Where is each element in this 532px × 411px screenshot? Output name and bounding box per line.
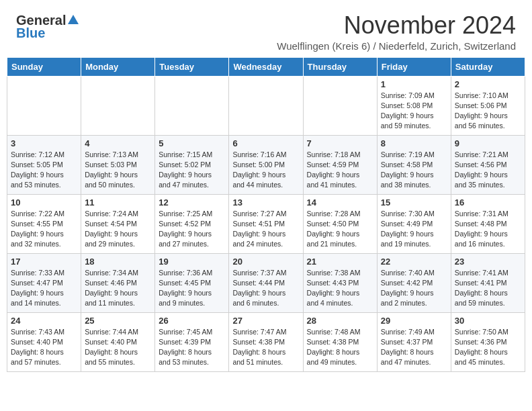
day-number: 30 <box>455 316 521 326</box>
day-info: Sunrise: 7:38 AMSunset: 4:43 PMDaylight:… <box>307 268 373 309</box>
day-number: 7 <box>307 138 373 148</box>
calendar-cell: 7Sunrise: 7:18 AMSunset: 4:59 PMDaylight… <box>303 135 377 194</box>
calendar-cell <box>229 76 303 135</box>
day-number: 8 <box>381 138 447 148</box>
calendar-cell: 13Sunrise: 7:27 AMSunset: 4:51 PMDayligh… <box>229 194 303 253</box>
day-number: 25 <box>85 316 151 326</box>
day-info: Sunrise: 7:16 AMSunset: 5:00 PMDaylight:… <box>232 150 299 191</box>
day-info: Sunrise: 7:47 AMSunset: 4:38 PMDaylight:… <box>232 327 299 368</box>
day-number: 5 <box>159 138 225 148</box>
calendar-cell: 16Sunrise: 7:31 AMSunset: 4:48 PMDayligh… <box>451 194 525 253</box>
calendar-cell: 26Sunrise: 7:45 AMSunset: 4:39 PMDayligh… <box>155 312 229 371</box>
calendar-cell: 29Sunrise: 7:49 AMSunset: 4:37 PMDayligh… <box>377 312 451 371</box>
calendar-cell: 1Sunrise: 7:09 AMSunset: 5:08 PMDaylight… <box>377 76 451 135</box>
day-number: 17 <box>11 257 77 267</box>
day-info: Sunrise: 7:36 AMSunset: 4:45 PMDaylight:… <box>159 268 225 309</box>
day-info: Sunrise: 7:25 AMSunset: 4:52 PMDaylight:… <box>159 209 225 250</box>
calendar-cell <box>155 76 229 135</box>
day-number: 9 <box>455 138 521 148</box>
title-block: November 2024 Wuelflingen (Kreis 6) / Ni… <box>277 12 516 52</box>
day-info: Sunrise: 7:30 AMSunset: 4:49 PMDaylight:… <box>381 209 447 250</box>
calendar-cell: 12Sunrise: 7:25 AMSunset: 4:52 PMDayligh… <box>155 194 229 253</box>
day-info: Sunrise: 7:09 AMSunset: 5:08 PMDaylight:… <box>381 91 447 132</box>
calendar-cell: 19Sunrise: 7:36 AMSunset: 4:45 PMDayligh… <box>155 253 229 312</box>
calendar-week-row: 3Sunrise: 7:12 AMSunset: 5:05 PMDaylight… <box>7 135 525 194</box>
day-info: Sunrise: 7:49 AMSunset: 4:37 PMDaylight:… <box>381 327 447 368</box>
day-info: Sunrise: 7:18 AMSunset: 4:59 PMDaylight:… <box>307 150 373 191</box>
day-number: 14 <box>307 197 373 208</box>
calendar-header-row: SundayMondayTuesdayWednesdayThursdayFrid… <box>7 57 525 76</box>
day-number: 29 <box>381 316 447 326</box>
calendar-cell: 27Sunrise: 7:47 AMSunset: 4:38 PMDayligh… <box>229 312 303 371</box>
day-number: 11 <box>85 197 151 208</box>
svg-marker-0 <box>68 15 79 24</box>
day-info: Sunrise: 7:45 AMSunset: 4:39 PMDaylight:… <box>159 327 225 368</box>
day-number: 12 <box>159 197 225 208</box>
day-info: Sunrise: 7:44 AMSunset: 4:40 PMDaylight:… <box>85 327 151 368</box>
calendar-cell: 6Sunrise: 7:16 AMSunset: 5:00 PMDaylight… <box>229 135 303 194</box>
calendar-cell: 4Sunrise: 7:13 AMSunset: 5:03 PMDaylight… <box>81 135 155 194</box>
day-number: 2 <box>455 79 521 89</box>
logo: General Blue <box>16 12 79 41</box>
day-number: 19 <box>159 257 225 267</box>
day-info: Sunrise: 7:15 AMSunset: 5:02 PMDaylight:… <box>159 150 225 191</box>
day-number: 4 <box>85 138 151 148</box>
day-number: 24 <box>11 316 77 326</box>
day-info: Sunrise: 7:34 AMSunset: 4:46 PMDaylight:… <box>85 268 151 309</box>
calendar-week-row: 10Sunrise: 7:22 AMSunset: 4:55 PMDayligh… <box>7 194 525 253</box>
logo-blue: Blue <box>16 26 45 41</box>
calendar-cell: 8Sunrise: 7:19 AMSunset: 4:58 PMDaylight… <box>377 135 451 194</box>
logo-triangle <box>67 13 79 28</box>
day-header-thursday: Thursday <box>303 57 377 76</box>
day-info: Sunrise: 7:10 AMSunset: 5:06 PMDaylight:… <box>455 91 521 132</box>
day-number: 22 <box>381 257 447 267</box>
day-header-monday: Monday <box>81 57 155 76</box>
calendar-cell: 22Sunrise: 7:40 AMSunset: 4:42 PMDayligh… <box>377 253 451 312</box>
calendar-cell: 18Sunrise: 7:34 AMSunset: 4:46 PMDayligh… <box>81 253 155 312</box>
day-number: 13 <box>232 197 299 208</box>
day-number: 27 <box>232 316 299 326</box>
calendar-cell: 10Sunrise: 7:22 AMSunset: 4:55 PMDayligh… <box>7 194 81 253</box>
day-number: 16 <box>455 197 521 208</box>
day-info: Sunrise: 7:50 AMSunset: 4:36 PMDaylight:… <box>455 327 521 368</box>
day-number: 18 <box>85 257 151 267</box>
day-number: 6 <box>232 138 299 148</box>
day-number: 10 <box>11 197 77 208</box>
day-info: Sunrise: 7:28 AMSunset: 4:50 PMDaylight:… <box>307 209 373 250</box>
calendar-cell <box>7 76 81 135</box>
day-header-tuesday: Tuesday <box>155 57 229 76</box>
day-info: Sunrise: 7:41 AMSunset: 4:41 PMDaylight:… <box>455 268 521 309</box>
calendar-week-row: 24Sunrise: 7:43 AMSunset: 4:40 PMDayligh… <box>7 312 525 371</box>
day-number: 3 <box>11 138 77 148</box>
day-number: 20 <box>232 257 299 267</box>
calendar-cell: 30Sunrise: 7:50 AMSunset: 4:36 PMDayligh… <box>451 312 525 371</box>
day-header-wednesday: Wednesday <box>229 57 303 76</box>
calendar-cell: 5Sunrise: 7:15 AMSunset: 5:02 PMDaylight… <box>155 135 229 194</box>
day-number: 1 <box>381 79 447 89</box>
calendar-cell: 2Sunrise: 7:10 AMSunset: 5:06 PMDaylight… <box>451 76 525 135</box>
calendar-cell: 11Sunrise: 7:24 AMSunset: 4:54 PMDayligh… <box>81 194 155 253</box>
day-info: Sunrise: 7:48 AMSunset: 4:38 PMDaylight:… <box>307 327 373 368</box>
calendar-table: SundayMondayTuesdayWednesdayThursdayFrid… <box>7 57 525 372</box>
day-info: Sunrise: 7:31 AMSunset: 4:48 PMDaylight:… <box>455 209 521 250</box>
calendar-cell <box>303 76 377 135</box>
day-header-saturday: Saturday <box>451 57 525 76</box>
calendar-cell: 21Sunrise: 7:38 AMSunset: 4:43 PMDayligh… <box>303 253 377 312</box>
calendar-cell: 24Sunrise: 7:43 AMSunset: 4:40 PMDayligh… <box>7 312 81 371</box>
page-header: General Blue November 2024 Wuelflingen (… <box>0 0 532 57</box>
day-info: Sunrise: 7:19 AMSunset: 4:58 PMDaylight:… <box>381 150 447 191</box>
month-title: November 2024 <box>277 12 516 39</box>
day-info: Sunrise: 7:43 AMSunset: 4:40 PMDaylight:… <box>11 327 77 368</box>
calendar-week-row: 17Sunrise: 7:33 AMSunset: 4:47 PMDayligh… <box>7 253 525 312</box>
calendar-wrapper: SundayMondayTuesdayWednesdayThursdayFrid… <box>0 57 532 379</box>
calendar-cell: 25Sunrise: 7:44 AMSunset: 4:40 PMDayligh… <box>81 312 155 371</box>
day-info: Sunrise: 7:24 AMSunset: 4:54 PMDaylight:… <box>85 209 151 250</box>
day-info: Sunrise: 7:21 AMSunset: 4:56 PMDaylight:… <box>455 150 521 191</box>
day-header-sunday: Sunday <box>7 57 81 76</box>
calendar-cell: 3Sunrise: 7:12 AMSunset: 5:05 PMDaylight… <box>7 135 81 194</box>
calendar-cell: 28Sunrise: 7:48 AMSunset: 4:38 PMDayligh… <box>303 312 377 371</box>
day-info: Sunrise: 7:40 AMSunset: 4:42 PMDaylight:… <box>381 268 447 309</box>
calendar-cell: 14Sunrise: 7:28 AMSunset: 4:50 PMDayligh… <box>303 194 377 253</box>
calendar-cell: 17Sunrise: 7:33 AMSunset: 4:47 PMDayligh… <box>7 253 81 312</box>
day-header-friday: Friday <box>377 57 451 76</box>
